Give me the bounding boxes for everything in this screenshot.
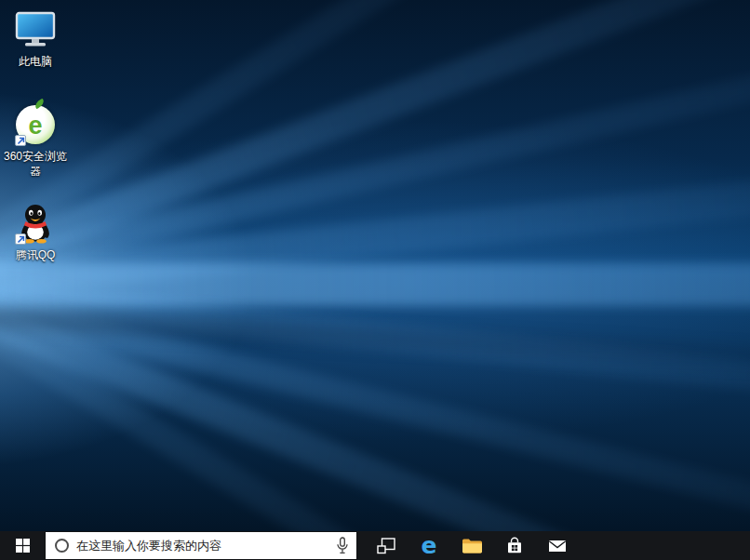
edge-button[interactable]: e <box>408 531 450 560</box>
folder-icon <box>462 538 482 554</box>
shortcut-arrow-icon <box>15 233 26 245</box>
start-button[interactable] <box>0 531 45 560</box>
file-explorer-button[interactable] <box>450 531 493 560</box>
taskbar-pinned-icons: e <box>365 531 579 560</box>
task-view-icon <box>377 538 395 554</box>
windows-desktop: 此电脑 e 360安全浏览器 <box>0 0 750 560</box>
store-button[interactable] <box>493 531 536 560</box>
microphone-icon[interactable] <box>336 537 349 554</box>
windows-logo-icon <box>16 539 30 553</box>
desktop-icon-this-pc[interactable]: 此电脑 <box>2 9 69 70</box>
store-bag-icon <box>505 537 524 555</box>
desktop-icon-label: 腾讯QQ <box>16 248 56 263</box>
search-input[interactable] <box>76 532 328 559</box>
edge-browser-icon: e <box>422 534 437 557</box>
mail-envelope-icon <box>548 539 567 553</box>
mail-button[interactable] <box>536 531 579 560</box>
desktop-wallpaper <box>0 0 750 531</box>
qq-penguin-icon <box>14 203 57 244</box>
task-view-button[interactable] <box>365 531 408 560</box>
360-green-e-icon: e <box>14 104 57 145</box>
cortana-circle-icon[interactable] <box>55 539 69 553</box>
taskbar-search[interactable] <box>45 531 357 560</box>
computer-monitor-icon <box>14 9 57 50</box>
desktop-icon-label: 此电脑 <box>19 55 52 70</box>
desktop-icon-tencent-qq[interactable]: 腾讯QQ <box>2 203 69 263</box>
desktop-icon-label: 360安全浏览器 <box>3 150 68 179</box>
desktop-icon-360-browser[interactable]: e 360安全浏览器 <box>2 104 69 179</box>
shortcut-arrow-icon <box>15 135 26 146</box>
taskbar: e <box>0 531 750 560</box>
